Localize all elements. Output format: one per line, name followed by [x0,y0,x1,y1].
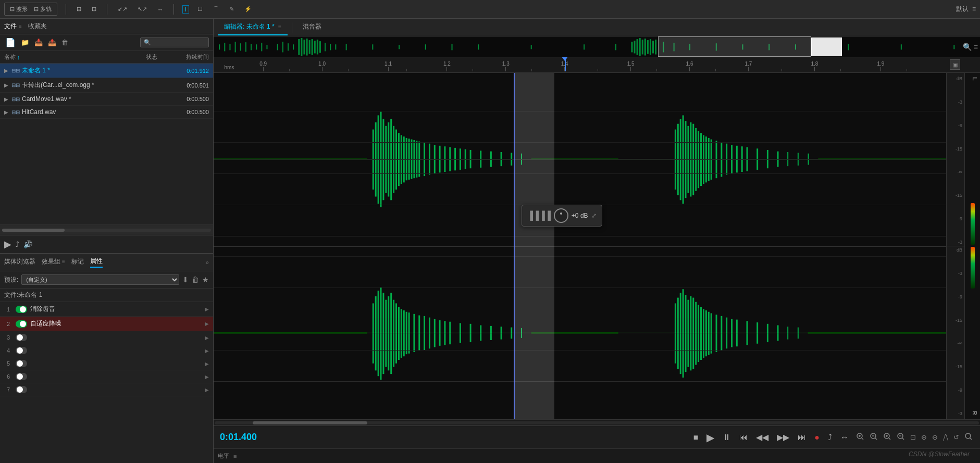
expand-icon[interactable]: ▶ [4,109,11,115]
level-menu-icon[interactable]: ≡ [233,453,237,459]
effect-item-3[interactable]: 3 ▶ [0,331,213,344]
toolbar-separator-2 [107,4,107,15]
zoom-in2-btn[interactable]: ⊕ [920,432,928,442]
zoom-reset-btn[interactable]: ↺ [952,432,960,442]
effect-toggle-4[interactable] [16,347,27,354]
tab-properties[interactable]: 属性 [90,257,103,268]
svg-rect-110 [726,144,727,175]
effect-item-2[interactable]: 2 自适应降噪 ▶ [0,317,213,331]
effect-expand-4[interactable]: ▶ [205,348,209,354]
waveform-hscrollbar[interactable] [214,419,980,426]
tool-lasso[interactable]: ⌒ [211,4,221,14]
pause-btn[interactable]: ⏸ [721,432,733,443]
expand-icon[interactable]: ▶ [4,68,11,73]
clip-output-btn[interactable]: ⤴ [826,432,834,443]
ruler-mark: 1.6 [686,61,693,71]
tool-1[interactable]: ⊟ [75,5,83,14]
play-btn[interactable]: ▶ [704,430,716,445]
tool-time[interactable]: ↔ [155,5,165,14]
waveform-btn[interactable]: ⊟ 波形 [8,4,30,14]
zoom-out-v-btn[interactable] [896,431,906,443]
more-tabs-btn[interactable]: » [205,259,209,266]
effect-item-7[interactable]: 7 ▶ [0,383,213,396]
effects-menu-icon[interactable]: ≡ [62,259,65,265]
tool-brush[interactable]: ✎ [227,5,236,14]
effect-expand-6[interactable]: ▶ [205,374,209,380]
export-btn[interactable]: 📤 [47,37,57,47]
expand-icon[interactable]: ▶ [4,82,11,88]
to-end-btn[interactable]: ⏭ [796,432,808,443]
effect-item-5[interactable]: 5 ▶ [0,357,213,370]
zoom-full-btn[interactable] [963,431,974,443]
file-menu-icon[interactable]: ≡ [19,23,22,29]
open-folder-btn[interactable]: 📁 [20,37,30,47]
editor-tab-menu[interactable]: ≡ [278,24,281,30]
volume-knob[interactable] [554,208,568,223]
preset-star-btn[interactable]: ★ [202,276,209,284]
to-start-btn[interactable]: ⏮ [737,432,750,443]
play-button[interactable]: ▶ [4,239,11,250]
effect-expand-5[interactable]: ▶ [205,361,209,367]
effect-expand-3[interactable]: ▶ [205,335,209,341]
preset-download-btn[interactable]: ⬇ [182,276,189,284]
tool-marquee[interactable]: ☐ [195,5,205,14]
record-btn[interactable]: ● [812,432,822,443]
zoom-adjust-btn[interactable]: ⧸⧹ [942,432,949,443]
zoom-in-v-btn[interactable] [882,431,892,443]
effect-item-4[interactable]: 4 ▶ [0,344,213,357]
list-item[interactable]: ▶ ⊟⊟ HitCard.wav 0:00.500 [0,106,213,119]
tab-media-browser[interactable]: 媒体浏览器 [4,257,35,267]
effect-item-1[interactable]: 1 消除齿音 ▶ [0,302,213,317]
file-list-scrollbar[interactable] [0,224,213,235]
list-item[interactable]: ▶ ⊟⊟ 卡转出(Car...ei_com.ogg * 0:00.501 [0,78,213,93]
fast-forward-btn[interactable]: ▶▶ [775,431,791,443]
waveform-canvas[interactable]: ▐▐▐▐ +0 dB ⤢ [214,73,946,419]
effect-toggle-7[interactable] [16,386,27,393]
overview-selection [658,36,811,57]
tool-cursor[interactable]: I [182,5,189,14]
stop-btn[interactable]: ■ [691,432,701,443]
effect-toggle-5[interactable] [16,360,27,367]
default-menu-icon[interactable]: ≡ [972,5,976,12]
zoom-out2-btn[interactable]: ⊖ [931,432,939,442]
zoom-selection-btn[interactable]: ⊡ [909,432,917,442]
effect-toggle-2[interactable] [16,320,27,328]
tab-editor[interactable]: 编辑器: 未命名 1 * ≡ [218,19,288,35]
search-input[interactable] [153,40,205,46]
tool-2[interactable]: ⊡ [90,5,98,14]
effect-toggle-3[interactable] [16,334,27,341]
effect-expand-1[interactable]: ▶ [205,306,209,312]
tab-bookmarks[interactable]: 收藏夹 [28,22,47,31]
loop-btn[interactable]: ↔ [838,432,851,443]
preset-delete-btn[interactable]: 🗑 [192,276,199,284]
corner-btn[interactable]: ▣ [950,59,960,70]
import-btn[interactable]: 📥 [33,37,44,47]
delete-btn[interactable]: 🗑 [60,37,69,47]
effect-item-6[interactable]: 6 ▶ [0,370,213,383]
preset-select[interactable]: (自定义) [21,274,179,285]
expand-icon[interactable]: ⤢ [591,212,597,219]
volume-button[interactable]: 🔊 [23,240,32,248]
tab-mixer[interactable]: 混音器 [296,19,328,35]
tool-move[interactable]: ↙↗ [116,5,129,14]
effect-expand-7[interactable]: ▶ [205,387,209,393]
tool-select[interactable]: ↖↗ [135,5,149,14]
list-item[interactable]: ▶ ⊟⊟ 未命名 1 * 0:01.912 [0,64,213,78]
effect-toggle-6[interactable] [16,373,27,380]
rewind-btn[interactable]: ◀◀ [754,431,771,443]
multitrack-btn[interactable]: ⊟ 多轨 [32,4,54,14]
list-item[interactable]: ▶ ⊟⊟ CardMove1.wav * 0:00.500 [0,93,213,106]
tab-effects-group[interactable]: 效果组 ≡ [42,257,65,267]
tab-markers[interactable]: 标记 [71,257,84,267]
zoom-out-h-btn[interactable] [869,431,879,443]
effect-expand-2[interactable]: ▶ [205,321,209,327]
overview-zoom-btn[interactable]: 🔍 [963,43,972,51]
export-button[interactable]: ⤴ [16,240,19,248]
zoom-in-h-btn[interactable] [855,431,865,443]
tool-erase[interactable]: ⚡ [242,5,254,14]
effect-toggle-1[interactable] [16,306,27,313]
overview-menu-btn[interactable]: ≡ [974,43,978,51]
new-file-btn[interactable]: 📄 [4,36,17,48]
tab-file[interactable]: 文件 ≡ [4,22,22,31]
expand-icon[interactable]: ▶ [4,96,11,102]
